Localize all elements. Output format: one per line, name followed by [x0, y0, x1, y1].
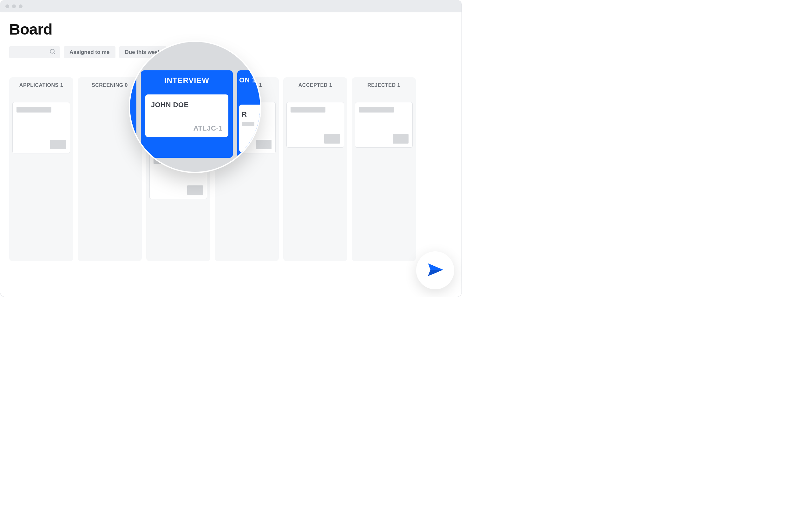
window-zoom-dot[interactable]: [19, 4, 22, 8]
app-launcher-fab[interactable]: [416, 251, 454, 289]
board-column-rejected[interactable]: REJECTED 1: [352, 77, 416, 261]
magnified-column-header: INTERVIEW: [145, 76, 228, 85]
filter-assigned-to-me[interactable]: Assigned to me: [64, 46, 115, 58]
card-title-placeholder: [17, 107, 51, 113]
card-title-placeholder: [291, 107, 325, 113]
column-header: REJECTED 1: [355, 82, 413, 88]
search-icon: [49, 48, 56, 56]
svg-point-0: [50, 49, 54, 53]
card-id-placeholder: [50, 140, 66, 149]
column-header: ACCEPTED 1: [286, 82, 344, 88]
board-card[interactable]: [286, 102, 344, 148]
card-title-placeholder: [359, 107, 394, 113]
search-input[interactable]: [9, 46, 60, 58]
board-card[interactable]: [355, 102, 413, 148]
card-id-placeholder: [187, 185, 203, 195]
magnified-neighbor-card-initial: R: [242, 110, 260, 119]
column-header: SCREENING 0: [81, 82, 139, 88]
card-id-placeholder: [393, 134, 408, 144]
window-close-dot[interactable]: [5, 4, 9, 8]
card-title-placeholder: [242, 122, 254, 126]
board-column-applications[interactable]: APPLICATIONS 1: [9, 77, 73, 261]
magnified-left-count: 1: [130, 105, 135, 113]
window-minimize-dot[interactable]: [12, 4, 16, 8]
magnifier-content: 1 INTERVIEW JOHN DOE ATLJC-1 ON 1 R: [130, 71, 260, 158]
board-column-accepted[interactable]: ACCEPTED 1: [283, 77, 347, 261]
svg-line-1: [54, 53, 55, 54]
board-card[interactable]: [12, 102, 70, 154]
column-header: APPLICATIONS 1: [12, 82, 70, 88]
filter-label: Assigned to me: [70, 49, 110, 56]
magnifier-lens: 1 INTERVIEW JOHN DOE ATLJC-1 ON 1 R: [130, 42, 260, 172]
card-id-placeholder: [324, 134, 340, 144]
window-titlebar: [0, 0, 462, 12]
magnified-card-title: JOHN DOE: [151, 101, 223, 109]
magnified-card-id: ATLJC-1: [151, 124, 223, 133]
magnified-column-interview: INTERVIEW JOHN DOE ATLJC-1: [141, 71, 233, 158]
magnified-card[interactable]: JOHN DOE ATLJC-1: [145, 95, 228, 137]
page-title: Board: [9, 21, 452, 38]
filter-label: Due this week: [125, 49, 161, 56]
send-icon: [426, 260, 445, 281]
card-id-placeholder: [256, 140, 271, 149]
